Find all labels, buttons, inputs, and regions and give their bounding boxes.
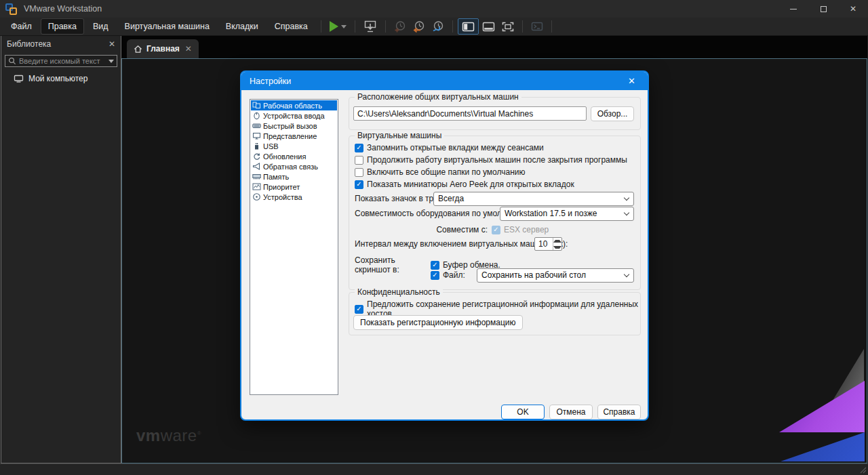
ok-button[interactable]: OK — [501, 405, 545, 419]
hw-compat-select[interactable]: Workstation 17.5 и позже — [500, 207, 634, 221]
monitor-arrow-icon — [363, 20, 377, 33]
file-label: Файл: — [443, 270, 465, 280]
search-dropdown-icon[interactable] — [108, 60, 114, 63]
chevron-down-icon — [624, 271, 629, 276]
resize-grip[interactable] — [859, 466, 867, 474]
checkbox-shared-folders[interactable]: ✓ — [355, 168, 363, 177]
group-privacy: Конфиденциальность ✓ Предложить сохранен… — [349, 292, 641, 335]
group-virtual-machines-title: Виртуальные машины — [355, 131, 444, 140]
sidebar-item-my-computer[interactable]: Мой компьютер — [1, 70, 121, 86]
decor-triangle-purple — [779, 381, 865, 432]
settings-nav-hotkeys[interactable]: Быстрый вызов — [251, 121, 337, 131]
browse-button[interactable]: Обзор... — [591, 106, 634, 121]
menu-view[interactable]: Вид — [86, 19, 115, 34]
menu-help[interactable]: Справка — [268, 19, 315, 34]
library-search[interactable] — [5, 55, 117, 67]
help-button[interactable]: Справка — [597, 405, 641, 419]
menu-tabs[interactable]: Вкладки — [219, 19, 265, 34]
fullscreen-icon — [502, 22, 514, 32]
thumbnail-bar-icon — [482, 22, 495, 32]
checkbox-remember-tabs[interactable]: ✓ — [355, 144, 363, 152]
checkbox-keep-running-label: Продолжить работу виртуальных машин посл… — [367, 155, 627, 165]
menu-file[interactable]: Файл — [4, 19, 39, 34]
power-interval-value[interactable]: 10 — [535, 238, 553, 250]
maximize-button[interactable] — [808, 0, 838, 18]
checkbox-save-credentials[interactable]: ✓ — [355, 305, 363, 314]
settings-nav-display[interactable]: Представление — [251, 131, 337, 141]
settings-nav-feedback[interactable]: Обратная связь — [251, 161, 337, 171]
tree-item-label: Мой компьютер — [28, 74, 87, 83]
tab-bar: Главная ✕ — [121, 36, 867, 58]
library-close-icon[interactable]: ✕ — [108, 39, 115, 49]
menu-vm[interactable]: Виртуальная машина — [118, 19, 216, 34]
library-title: Библиотека — [7, 39, 51, 49]
power-interval-spinner[interactable]: 10 — [534, 237, 562, 251]
spinner-down-icon[interactable] — [553, 244, 561, 250]
esx-server-label: ESX сервер — [504, 225, 549, 234]
take-snapshot-button[interactable] — [391, 18, 410, 35]
checkbox-file[interactable]: ✓ — [431, 271, 439, 280]
dialog-close-icon[interactable]: ✕ — [624, 76, 639, 86]
minimize-button[interactable] — [778, 0, 808, 18]
group-vm-location: Расположение общих виртуальных машин Обз… — [349, 97, 641, 130]
revert-snapshot-button[interactable] — [410, 18, 429, 35]
power-on-button[interactable] — [326, 18, 350, 35]
settings-nav-workspace[interactable]: Рабочая область — [251, 100, 337, 110]
checkbox-shared-folders-label: Включить все общие папки по умолчанию — [367, 167, 526, 177]
show-credentials-button[interactable]: Показать регистрационную информацию — [353, 315, 523, 330]
checkbox-keep-running[interactable]: ✓ — [355, 156, 363, 165]
settings-nav-updates[interactable]: Обновления — [251, 151, 337, 161]
computer-icon — [14, 75, 24, 83]
console-button[interactable] — [528, 18, 547, 35]
console-icon — [531, 22, 543, 31]
dialog-title: Настройки — [250, 77, 291, 86]
search-icon — [8, 57, 16, 65]
checkbox-clipboard[interactable]: ✓ — [431, 261, 439, 270]
vm-location-input[interactable] — [353, 106, 587, 121]
display-icon — [252, 131, 261, 140]
play-icon — [330, 21, 338, 32]
close-button[interactable]: ✕ — [838, 0, 868, 18]
keyboard-icon — [252, 121, 261, 130]
window-titlebar: VMware Workstation ✕ — [0, 0, 868, 18]
search-input[interactable] — [19, 57, 106, 65]
settings-nav-devices[interactable]: Устройства — [251, 192, 337, 202]
file-destination-select[interactable]: Сохранить на рабочий стол — [477, 268, 634, 283]
settings-dialog: Настройки ✕ Рабочая область Устройства в… — [240, 70, 649, 421]
settings-nav-list: Рабочая область Устройства ввода Быстрый… — [250, 99, 338, 395]
checkbox-aero-peek[interactable]: ✓ — [355, 180, 363, 189]
checkbox-esx-server: ✓ — [492, 226, 500, 234]
usb-icon — [252, 142, 261, 150]
snapshot-manager-button[interactable] — [429, 18, 448, 35]
group-vm-location-title: Расположение общих виртуальных машин — [355, 92, 521, 102]
workspace-icon — [252, 101, 261, 110]
tab-close-icon[interactable]: ✕ — [185, 44, 192, 54]
dialog-titlebar: Настройки ✕ — [241, 72, 648, 90]
fullscreen-button[interactable] — [498, 18, 517, 35]
menubar: Файл Правка Вид Виртуальная машина Вклад… — [0, 18, 868, 36]
show-thumbnail-bar-button[interactable] — [479, 18, 498, 35]
mouse-icon — [252, 111, 261, 120]
settings-nav-input[interactable]: Устройства ввода — [251, 110, 337, 121]
megaphone-icon — [252, 162, 261, 171]
menu-edit[interactable]: Правка — [41, 19, 83, 34]
snapshot-clock-revert-icon — [413, 20, 425, 33]
show-library-button[interactable] — [458, 18, 479, 35]
tray-icon-select[interactable]: Всегда — [433, 192, 634, 206]
memory-icon — [252, 172, 261, 181]
snapshot-clock-wrench-icon — [432, 20, 444, 33]
settings-nav-memory[interactable]: Память — [251, 171, 337, 182]
settings-nav-usb[interactable]: USB — [251, 141, 337, 151]
send-ctrl-alt-del-button[interactable] — [360, 18, 380, 35]
decor-triangle-blue — [781, 432, 865, 461]
activity-chart-icon — [252, 182, 261, 191]
tab-home[interactable]: Главная ✕ — [127, 39, 199, 58]
cancel-button[interactable]: Отмена — [549, 405, 593, 419]
settings-nav-priority[interactable]: Приоритет — [251, 182, 337, 192]
checkbox-remember-tabs-label: Запомнить открытые вкладки между сеансам… — [367, 143, 544, 152]
vmware-app-icon — [5, 3, 17, 15]
compatible-with-label: Совместим с: — [355, 225, 492, 234]
spinner-up-icon[interactable] — [553, 238, 561, 244]
status-bar — [0, 463, 868, 475]
library-panel-icon — [462, 22, 475, 32]
